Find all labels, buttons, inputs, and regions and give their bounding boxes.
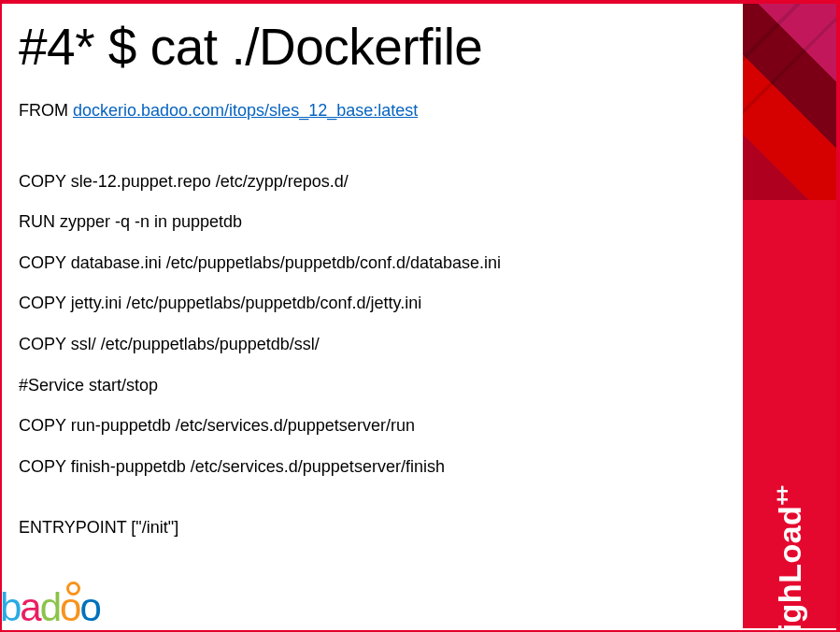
dockerfile-line: #Service start/stop xyxy=(19,376,728,396)
logo-letter-o2: o xyxy=(79,585,99,629)
from-keyword: FROM xyxy=(19,101,73,120)
dockerfile-line: COPY finish-puppetdb /etc/services.d/pup… xyxy=(19,457,728,478)
logo-letter-d: d xyxy=(40,585,60,629)
dockerfile-from: FROM dockerio.badoo.com/itops/sles_12_ba… xyxy=(19,101,728,122)
dockerfile-line: RUN zypper -q -n in puppetdb xyxy=(19,212,728,233)
sidebar-brand: HighLoad++ xyxy=(743,200,836,628)
dockerfile-line: COPY run-puppetdb /etc/services.d/puppet… xyxy=(19,416,728,437)
dockerfile-line: COPY database.ini /etc/puppetlabs/puppet… xyxy=(19,253,728,274)
logo-letter-a: a xyxy=(20,585,39,629)
dockerfile-entrypoint: ENTRYPOINT ["/init"] xyxy=(19,518,728,539)
slide-title: #4* $ cat ./Dockerfile xyxy=(19,17,728,77)
badoo-logo: badoo xyxy=(0,585,100,630)
from-image-link[interactable]: dockerio.badoo.com/itops/sles_12_base:la… xyxy=(73,101,418,120)
sidebar: HighLoad++ xyxy=(743,4,836,628)
logo-letter-o1: o xyxy=(60,585,79,629)
logo-letter-b: b xyxy=(0,585,20,629)
brand-plus: ++ xyxy=(771,489,794,506)
brand-name: HighLoad xyxy=(772,505,807,632)
dockerfile-line: COPY ssl/ /etc/puppetlabs/puppetdb/ssl/ xyxy=(19,335,728,355)
dockerfile-line: COPY sle-12.puppet.repo /etc/zypp/repos.… xyxy=(19,172,728,193)
dockerfile-body: COPY sle-12.puppet.repo /etc/zypp/repos.… xyxy=(19,172,728,478)
brand-text: HighLoad++ xyxy=(771,489,808,632)
slide-content: #4* $ cat ./Dockerfile FROM dockerio.bad… xyxy=(19,17,728,559)
sidebar-decoration xyxy=(743,4,836,200)
dockerfile-line: COPY jetty.ini /etc/puppetlabs/puppetdb/… xyxy=(19,294,728,314)
